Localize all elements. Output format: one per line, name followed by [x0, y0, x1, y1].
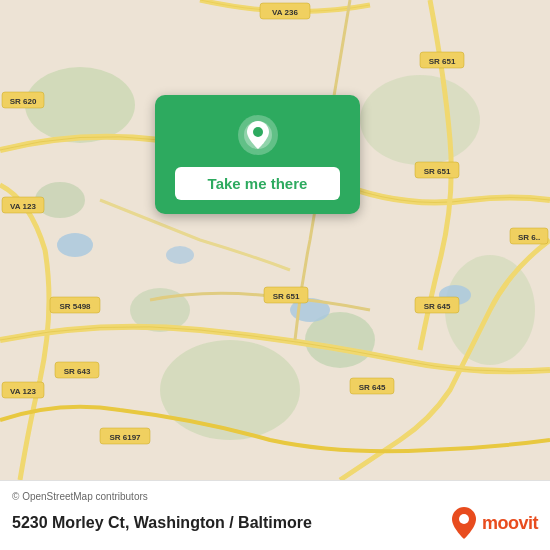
- address-row: 5230 Morley Ct, Washington / Baltimore m…: [12, 506, 538, 540]
- location-pin-icon: [236, 113, 280, 157]
- svg-text:SR 5498: SR 5498: [59, 302, 91, 311]
- svg-text:SR 645: SR 645: [424, 302, 451, 311]
- svg-point-3: [360, 75, 480, 165]
- location-card: Take me there: [155, 95, 360, 214]
- svg-text:VA 123: VA 123: [10, 387, 36, 396]
- take-me-there-button[interactable]: Take me there: [175, 167, 340, 200]
- svg-point-40: [253, 127, 263, 137]
- svg-point-11: [166, 246, 194, 264]
- address-text: 5230 Morley Ct, Washington / Baltimore: [12, 514, 312, 532]
- svg-point-8: [57, 233, 93, 257]
- moovit-pin-icon: [450, 506, 478, 540]
- svg-text:SR 651: SR 651: [273, 292, 300, 301]
- svg-text:VA 236: VA 236: [272, 8, 298, 17]
- svg-text:VA 123: VA 123: [10, 202, 36, 211]
- svg-point-2: [160, 340, 300, 440]
- bottom-bar: © OpenStreetMap contributors 5230 Morley…: [0, 480, 550, 550]
- svg-text:SR 643: SR 643: [64, 367, 91, 376]
- svg-text:SR 6..: SR 6..: [518, 233, 540, 242]
- attribution-text: © OpenStreetMap contributors: [12, 491, 538, 502]
- svg-text:SR 645: SR 645: [359, 383, 386, 392]
- svg-text:SR 651: SR 651: [424, 167, 451, 176]
- moovit-label: moovit: [482, 513, 538, 534]
- svg-text:SR 620: SR 620: [10, 97, 37, 106]
- map-container: VA 236 SR 651 SR 651 SR 651 SR 645 SR 64…: [0, 0, 550, 480]
- svg-text:SR 6197: SR 6197: [109, 433, 141, 442]
- svg-text:SR 651: SR 651: [429, 57, 456, 66]
- svg-point-41: [459, 514, 469, 524]
- moovit-logo: moovit: [450, 506, 538, 540]
